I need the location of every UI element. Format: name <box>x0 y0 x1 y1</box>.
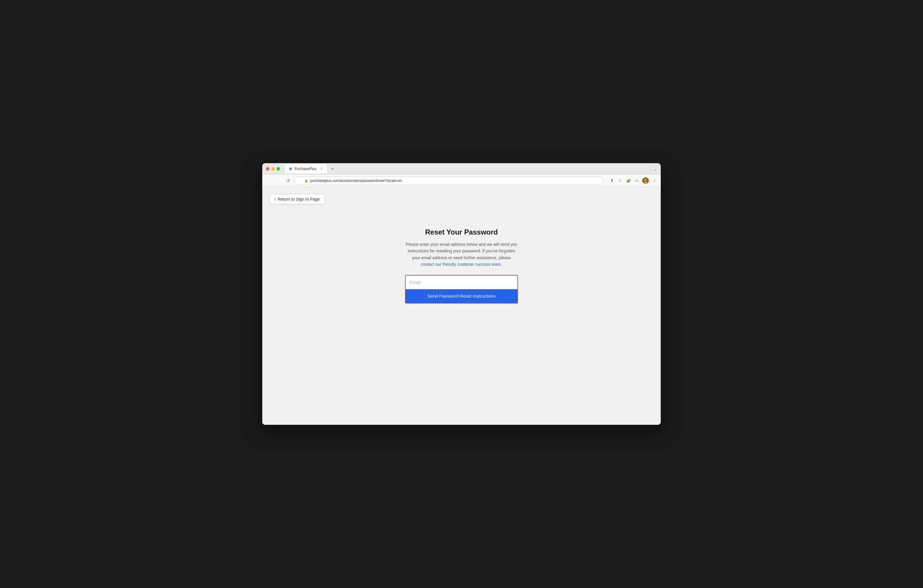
page-title: Reset Your Password <box>405 228 518 237</box>
reload-button[interactable]: ↺ <box>285 177 291 184</box>
back-nav-button[interactable]: ← <box>266 177 273 184</box>
close-button[interactable] <box>266 167 269 171</box>
form-input-group: Send Password Reset Instructions <box>405 275 518 304</box>
tab-bar-end-chevron: ⌄ <box>654 166 657 171</box>
form-card: Reset Your Password Please enter your em… <box>405 228 518 304</box>
svg-point-1 <box>644 179 647 181</box>
new-tab-button[interactable]: + <box>328 165 337 173</box>
title-bar: PurchasePlus × + ⌄ <box>262 163 661 174</box>
active-tab[interactable]: PurchasePlus × <box>285 164 327 173</box>
traffic-lights <box>266 167 280 171</box>
toolbar-icons: ⬆ ☆ 🧩 ▭ ⋮ <box>609 177 657 184</box>
share-icon[interactable]: ⬆ <box>609 178 615 184</box>
email-input[interactable] <box>406 276 517 289</box>
tab-close-button[interactable]: × <box>319 167 324 171</box>
contact-link[interactable]: contact our friendly customer success te… <box>421 262 502 267</box>
page-description: Please enter your email address below an… <box>405 241 518 268</box>
menu-icon[interactable]: ⋮ <box>651 178 657 184</box>
sidebar-icon[interactable]: ▭ <box>634 178 640 184</box>
tab-bar: PurchasePlus × + <box>285 164 651 173</box>
address-bar: ← → ↺ 🔒 purchaseplus.com/access/users/pa… <box>262 174 661 187</box>
address-bar-input[interactable]: 🔒 purchaseplus.com/access/users/password… <box>294 177 604 185</box>
tab-title: PurchasePlus <box>294 167 316 171</box>
lock-icon: 🔒 <box>304 179 308 182</box>
description-text: Please enter your email address below an… <box>406 242 517 260</box>
back-button-label: Return to Sign In Page <box>278 197 320 202</box>
maximize-button[interactable] <box>276 167 280 171</box>
url-text: purchaseplus.com/access/users/password/n… <box>310 179 402 183</box>
forward-nav-button[interactable]: → <box>275 177 282 184</box>
return-to-signin-button[interactable]: ‹ Return to Sign In Page <box>269 194 325 204</box>
tab-favicon <box>288 167 292 171</box>
send-reset-button[interactable]: Send Password Reset Instructions <box>406 289 517 303</box>
browser-window: PurchasePlus × + ⌄ ← → ↺ 🔒 purchaseplus.… <box>262 163 661 425</box>
minimize-button[interactable] <box>271 167 275 171</box>
page-content: ‹ Return to Sign In Page Reset Your Pass… <box>262 187 661 425</box>
back-chevron-icon: ‹ <box>274 197 276 202</box>
extensions-icon[interactable]: 🧩 <box>626 178 632 184</box>
bookmark-icon[interactable]: ☆ <box>618 178 623 184</box>
profile-avatar[interactable] <box>642 177 649 184</box>
main-container: Reset Your Password Please enter your em… <box>269 228 654 304</box>
